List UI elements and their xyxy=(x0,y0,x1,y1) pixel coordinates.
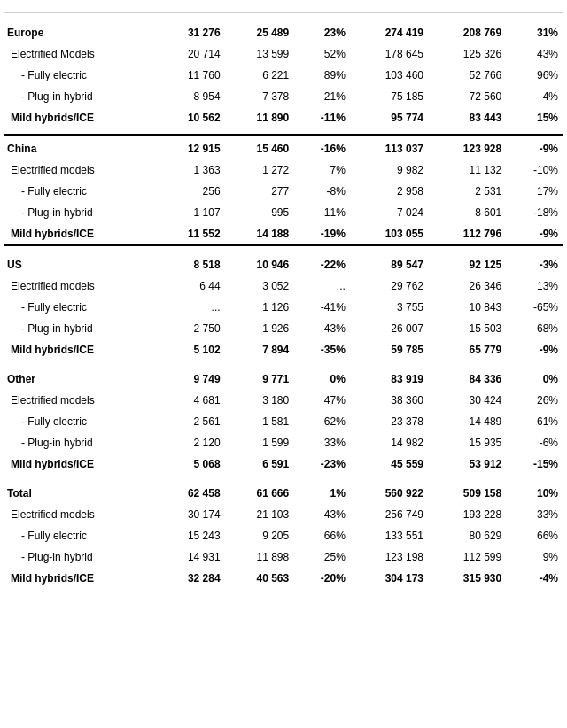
table-cell: 9 749 xyxy=(157,366,226,390)
table-row: Other9 7499 7710%83 91984 3360% xyxy=(4,366,563,390)
table-cell: 52 766 xyxy=(429,65,507,86)
table-cell: ... xyxy=(157,297,226,318)
table-cell: 125 326 xyxy=(429,43,507,65)
table-cell: 2 120 xyxy=(157,432,226,453)
table-cell: 62% xyxy=(294,411,351,432)
table-cell: 4% xyxy=(507,86,563,107)
table-cell: 31% xyxy=(507,19,563,44)
table-cell: 1% xyxy=(294,480,351,504)
table-cell: 11 552 xyxy=(157,223,226,245)
table-cell: 23 378 xyxy=(351,411,429,432)
table-cell: 560 922 xyxy=(351,480,429,504)
table-cell: 26% xyxy=(507,390,563,411)
header-jansep-year-2024 xyxy=(351,13,429,19)
table-cell: 9 205 xyxy=(226,525,295,546)
table-cell: -10% xyxy=(507,159,563,181)
data-table: Europe31 27625 48923%274 419208 76931%El… xyxy=(4,7,563,589)
table-cell: 26 346 xyxy=(429,275,507,297)
table-cell: 315 930 xyxy=(429,568,507,589)
table-cell: - Fully electric xyxy=(4,181,157,202)
table-cell: 1 107 xyxy=(157,202,226,223)
table-cell: Electrified models xyxy=(4,159,157,181)
table-cell: -4% xyxy=(507,568,563,589)
table-cell: 112 599 xyxy=(429,546,507,568)
table-row: Electrified models1 3631 2727%9 98211 13… xyxy=(4,159,563,181)
table-cell: 6 591 xyxy=(226,453,295,475)
table-row: Mild hybrids/ICE5 0686 591-23%45 55953 9… xyxy=(4,453,563,475)
table-cell: US xyxy=(4,252,157,275)
table-cell: 21% xyxy=(294,86,351,107)
table-cell: 0% xyxy=(294,366,351,390)
table-cell: -16% xyxy=(294,135,351,159)
table-cell: 4 681 xyxy=(157,390,226,411)
table-cell: - Plug-in hybrid xyxy=(4,86,157,107)
table-cell: -35% xyxy=(294,339,351,360)
table-row: - Fully electric15 2439 20566%133 55180 … xyxy=(4,525,563,546)
table-cell: 75 185 xyxy=(351,86,429,107)
table-row: - Fully electric...1 126-41%3 75510 843-… xyxy=(4,297,563,318)
table-cell: 7 378 xyxy=(226,86,295,107)
table-row: Total62 45861 6661%560 922509 15810% xyxy=(4,480,563,504)
spacer-row xyxy=(4,128,563,135)
table-row: - Plug-in hybrid1 10799511%7 0248 601-18… xyxy=(4,202,563,223)
table-cell: -19% xyxy=(294,223,351,245)
table-cell: 11 760 xyxy=(157,65,226,86)
table-cell: 83 443 xyxy=(429,107,507,128)
table-cell: Mild hybrids/ICE xyxy=(4,339,157,360)
header-col-label-2 xyxy=(4,13,157,19)
table-cell: 3 052 xyxy=(226,275,295,297)
table-cell: - Fully electric xyxy=(4,65,157,86)
table-row: Electrified models30 17421 10343%256 749… xyxy=(4,504,563,525)
table-row: Mild hybrids/ICE11 55214 188-19%103 0551… xyxy=(4,223,563,245)
table-cell: 12 915 xyxy=(157,135,226,159)
table-cell: 14 982 xyxy=(351,432,429,453)
table-cell: 509 158 xyxy=(429,480,507,504)
table-cell: 15 460 xyxy=(226,135,295,159)
table-cell: 30 174 xyxy=(157,504,226,525)
table-cell: -8% xyxy=(294,181,351,202)
table-cell: 20 714 xyxy=(157,43,226,65)
table-cell: 2 750 xyxy=(157,318,226,339)
table-row: Electrified Models20 71413 59952%178 645… xyxy=(4,43,563,65)
header-jansep-change-2 xyxy=(507,13,563,19)
table-cell: 31 276 xyxy=(157,19,226,44)
table-cell: 15 935 xyxy=(429,432,507,453)
table-cell: 123 928 xyxy=(429,135,507,159)
header-change-empty xyxy=(294,13,351,19)
table-cell: 7 024 xyxy=(351,202,429,223)
table-cell: 1 926 xyxy=(226,318,295,339)
header-year-2023 xyxy=(226,13,295,19)
table-row: Electrified models6 443 052...29 76226 3… xyxy=(4,275,563,297)
table-cell: 38 360 xyxy=(351,390,429,411)
table-cell: -22% xyxy=(294,252,351,275)
table-cell: 103 460 xyxy=(351,65,429,86)
table-cell: 11 132 xyxy=(429,159,507,181)
table-cell: 113 037 xyxy=(351,135,429,159)
table-cell: 9 982 xyxy=(351,159,429,181)
table-cell: 14 489 xyxy=(429,411,507,432)
table-cell: 274 419 xyxy=(351,19,429,44)
table-cell: 193 228 xyxy=(429,504,507,525)
table-wrapper: Europe31 27625 48923%274 419208 76931%El… xyxy=(0,0,567,596)
table-cell: Mild hybrids/ICE xyxy=(4,107,157,128)
table-cell: 89 547 xyxy=(351,252,429,275)
table-cell: 0% xyxy=(507,366,563,390)
table-cell: 133 551 xyxy=(351,525,429,546)
table-cell: - Fully electric xyxy=(4,297,157,318)
table-cell: 29 762 xyxy=(351,275,429,297)
table-cell: 1 272 xyxy=(226,159,295,181)
table-cell: 40 563 xyxy=(226,568,295,589)
table-cell: 43% xyxy=(507,43,563,65)
table-cell: 2 531 xyxy=(429,181,507,202)
table-cell: 3 180 xyxy=(226,390,295,411)
table-cell: 1 126 xyxy=(226,297,295,318)
table-cell: 43% xyxy=(294,504,351,525)
table-cell: 43% xyxy=(294,318,351,339)
table-cell: 8 954 xyxy=(157,86,226,107)
table-cell: Other xyxy=(4,366,157,390)
table-cell: 15 503 xyxy=(429,318,507,339)
table-cell: ... xyxy=(294,275,351,297)
table-row: US8 51810 946-22%89 54792 125-3% xyxy=(4,252,563,275)
table-cell: 7% xyxy=(294,159,351,181)
table-cell: 59 785 xyxy=(351,339,429,360)
